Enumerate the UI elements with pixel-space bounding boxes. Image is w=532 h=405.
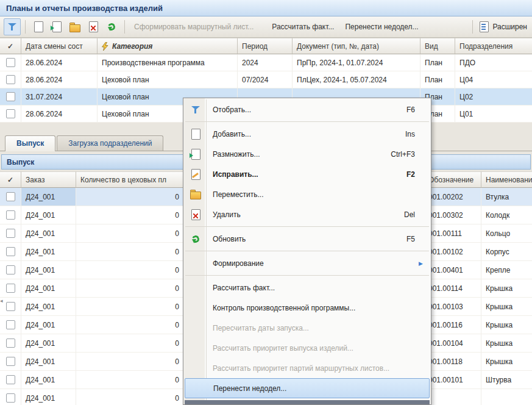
menu-item-icon (185, 235, 207, 243)
column-header-code[interactable]: Обозначение (424, 171, 481, 188)
menu-item-icon (185, 169, 207, 180)
cell-qty: 0 (76, 389, 186, 405)
menu-item-icon (185, 149, 207, 160)
duplicate-toolbar-button[interactable] (48, 18, 65, 35)
menu-item[interactable]: Удалить Del (185, 204, 430, 224)
column-header-category[interactable]: Категория (98, 38, 238, 54)
column-header-document[interactable]: Документ (тип, №, дата) (293, 38, 420, 54)
row-checkbox[interactable] (6, 92, 15, 101)
column-header-document-label: Документ (тип, №, дата) (297, 42, 379, 51)
check-icon: ✓ (7, 42, 13, 51)
row-checkbox[interactable] (6, 339, 15, 348)
menu-item-label: Удалить (207, 210, 397, 219)
column-header-order-label: Заказ (26, 176, 44, 184)
menu-item[interactable]: Формирование ▶ (185, 253, 430, 273)
menu-item-label: Перенести недодел... (207, 384, 407, 393)
row-checkbox[interactable] (6, 229, 15, 238)
cell-order: Д24_001 (21, 261, 76, 279)
menu-item[interactable]: Рассчитать факт... (185, 278, 430, 298)
cell-name: Крышка (481, 353, 532, 370)
menu-item[interactable]: Добавить... Ins (185, 124, 430, 144)
move-shortfall-button[interactable]: Перенести недодел... (340, 20, 423, 34)
cell-code: 001.00116 (424, 316, 481, 334)
cell-order: Д24_001 (21, 206, 76, 224)
collapse-panel-handle[interactable]: ◂ (0, 292, 6, 310)
menu-item[interactable]: Обновить F5 (185, 229, 430, 249)
menu-item-label: Рассчитать приоритет партий маршрутных л… (207, 364, 408, 373)
menu-item-label: Размножить... (207, 150, 383, 159)
cell-qty: 0 (76, 353, 186, 370)
cell-qty: 0 (76, 243, 186, 260)
cell-order: Д24_001 (21, 243, 76, 260)
column-header-date[interactable]: Дата смены сост (21, 38, 98, 54)
menu-item[interactable]: Контроль производственной программы... (185, 298, 430, 318)
menu-item-label: Добавить... (207, 130, 398, 138)
filter-toolbar-button[interactable] (4, 18, 21, 35)
row-checkbox[interactable] (6, 210, 15, 220)
row-checkbox[interactable] (6, 58, 15, 67)
cell-qty: 0 (76, 206, 186, 224)
cell-order: Д24_001 (21, 316, 76, 334)
menu-item[interactable]: Переместить... (185, 184, 430, 204)
tab[interactable]: Загрузка подразделений (57, 135, 163, 151)
column-header-qty[interactable]: Количество в цеховых пл (76, 171, 186, 188)
lightning-icon (102, 42, 108, 51)
select-all-header[interactable]: ✓ (0, 38, 21, 54)
add-toolbar-button[interactable] (30, 18, 47, 35)
cell-code: 001.00114 (424, 279, 481, 297)
menu-item[interactable]: Перенести недодел... (185, 378, 430, 398)
column-header-period-label: Период (242, 42, 268, 51)
menu-item-icon (185, 209, 207, 220)
menu-item-shortcut: Ctrl+F3 (391, 150, 419, 159)
column-header-period[interactable]: Период (238, 38, 293, 54)
row-checkbox[interactable] (6, 357, 15, 366)
cell-code: 001.00101 (424, 371, 481, 389)
cell-code: 001.00111 (424, 224, 481, 242)
column-header-qty-label: Количество в цеховых пл (80, 176, 166, 184)
section-title: Выпуск (7, 158, 34, 167)
row-checkbox[interactable] (6, 75, 15, 84)
folder-icon (190, 192, 201, 199)
extended-button[interactable]: Расширен (464, 18, 528, 36)
column-header-kind[interactable]: Вид (420, 38, 455, 54)
column-header-category-label: Категория (112, 42, 152, 51)
cell-qty: 0 (76, 279, 186, 297)
plan-table-row[interactable]: 28.06.2024 Производственная программа 20… (0, 54, 532, 71)
cell-qty: 0 (76, 188, 186, 206)
menu-item-shortcut: Del (404, 210, 419, 219)
row-checkbox[interactable] (6, 284, 15, 293)
menu-item-label: Контроль производственной программы... (207, 304, 408, 312)
menu-item[interactable]: Пересчитать даты запуска... (185, 318, 430, 338)
row-checkbox[interactable] (6, 247, 15, 256)
menu-item[interactable]: Размножить... Ctrl+F3 (185, 144, 430, 164)
select-all-header[interactable]: ✓ (0, 171, 21, 188)
row-checkbox[interactable] (6, 192, 15, 201)
plan-table-row[interactable]: 28.06.2024 Цеховой план 07/2024 ПлЦех, 2… (0, 71, 532, 88)
toolbar-separator (25, 20, 26, 34)
collapse-left-icon: ◂ (0, 298, 3, 304)
tab[interactable]: Выпуск (5, 135, 55, 151)
form-route-sheet-button[interactable]: Сформировать маршрутный лист... (129, 20, 258, 34)
row-checkbox[interactable] (6, 393, 15, 403)
menu-item[interactable]: Отобрать... F6 (185, 99, 430, 120)
column-header-division[interactable]: Подразделения (455, 38, 532, 54)
menu-item[interactable]: Рассчитать приоритет партий маршрутных л… (185, 358, 430, 378)
row-checkbox[interactable] (6, 265, 15, 274)
column-header-order[interactable]: Заказ (21, 171, 76, 188)
cell-date: 31.07.2024 (21, 88, 98, 105)
menu-item[interactable]: Исправить... F2 (185, 164, 430, 184)
calc-fact-button[interactable]: Рассчитать факт... (267, 20, 339, 34)
column-header-name[interactable]: Наименование (481, 171, 532, 188)
move-toolbar-button[interactable] (66, 18, 83, 35)
refresh-toolbar-button[interactable] (103, 18, 120, 35)
row-checkbox[interactable] (6, 109, 15, 118)
cell-name: Крышка (481, 316, 532, 334)
menu-separator (185, 251, 429, 251)
menu-item[interactable]: Рассчитать приоритет выпуска изделий... (185, 338, 430, 358)
cell-category: Производственная программа (98, 54, 238, 71)
cell-name: Колодк (481, 206, 532, 224)
row-checkbox[interactable] (6, 320, 15, 329)
delete-toolbar-button[interactable] (85, 18, 102, 35)
row-checkbox[interactable] (6, 302, 15, 311)
row-checkbox[interactable] (6, 375, 15, 384)
